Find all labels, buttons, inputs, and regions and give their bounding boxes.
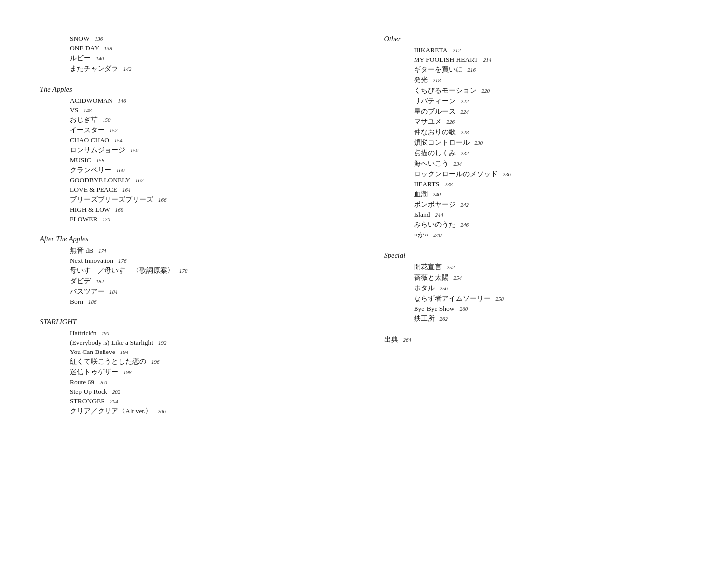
track-number: 150: [103, 117, 111, 123]
track-name: 開花宣言: [414, 263, 442, 272]
track-name: HIGH & LOW: [70, 206, 110, 214]
track-name: Born: [70, 298, 83, 306]
track-name: Next Innovation: [70, 257, 113, 265]
list-item: FLOWER170: [70, 215, 344, 223]
track-number: 164: [122, 187, 131, 193]
track-number: 142: [123, 66, 132, 72]
list-item: HIGH & LOW168: [70, 206, 344, 214]
list-item: ACIDWOMAN146: [70, 97, 344, 105]
list-item: みらいのうた246: [414, 220, 689, 229]
list-item: くちびるモーション220: [414, 86, 689, 95]
track-number: 236: [503, 171, 511, 177]
list-item: 鉄工所262: [414, 314, 689, 323]
track-number: 262: [440, 316, 448, 322]
track-list: ACIDWOMAN146VS148おじぎ草150イースター152CHAO CHA…: [40, 97, 344, 223]
track-name: 鉄工所: [414, 314, 435, 323]
track-number: 148: [83, 107, 92, 113]
list-item: (Everybody is) Like a Starlight192: [70, 339, 344, 347]
list-item: Step Up Rock202: [70, 388, 344, 396]
track-number: 254: [454, 275, 462, 281]
list-item: 迷信トゥゲザー198: [70, 368, 344, 377]
track-name: おじぎ草: [70, 116, 98, 124]
track-number: 194: [120, 349, 129, 355]
track-number: 178: [179, 268, 188, 274]
section-title: Other: [384, 35, 689, 43]
track-name: ACIDWOMAN: [70, 97, 113, 105]
track-name: ボンボヤージ: [414, 200, 456, 209]
track-name: Bye-Bye Show: [414, 305, 455, 313]
track-number: 212: [452, 47, 461, 53]
track-number: 198: [123, 369, 132, 375]
list-item: ギターを買いに216: [414, 65, 689, 74]
list-item: 薔薇と太陽254: [414, 273, 689, 282]
track-number: 230: [475, 140, 483, 146]
list-item: ロンサムジョージ156: [70, 146, 344, 155]
track-list: HIKARETA212MY FOOLISH HEART214ギターを買いに216…: [384, 46, 689, 239]
track-name: Island: [414, 211, 430, 219]
track-number: 146: [118, 98, 126, 104]
section: Special開花宣言252薔薇と太陽254ホタル256ならず者アイムソーリー2…: [384, 251, 689, 323]
track-name: ホタル: [414, 284, 435, 293]
list-item: ブリーズブリーズブリーズ166: [70, 195, 344, 204]
list-item: バスツアー184: [70, 287, 344, 296]
right-column: OtherHIKARETA212MY FOOLISH HEART214ギターを買…: [364, 35, 689, 428]
list-item: STRONGER204: [70, 397, 344, 405]
track-name: 紅くて咲こうとした恋の: [70, 357, 146, 366]
track-name: Hattrick'n: [70, 329, 96, 337]
track-name: クランベリー: [70, 166, 111, 175]
citation-name: 出典: [384, 335, 398, 344]
track-number: 174: [98, 248, 106, 254]
track-name: 星のブルース: [414, 107, 456, 116]
left-sections: The ApplesACIDWOMAN146VS148おじぎ草150イースター1…: [40, 85, 344, 416]
track-number: 224: [461, 109, 469, 115]
list-item: 母いすゞ／母いすゞ〈歌詞原案〉178: [70, 266, 344, 275]
track-name: Step Up Rock: [70, 388, 107, 396]
list-item: ロックンロールのメソッド236: [414, 170, 689, 179]
track-name: 迷信トゥゲザー: [70, 368, 118, 377]
track-name: 無音 dB: [70, 246, 93, 255]
track-number: 256: [440, 285, 448, 291]
track-name: 煩悩コントロール: [414, 138, 470, 147]
list-item: HEARTS238: [414, 180, 689, 188]
left-column: SNOW136ONE DAY138ルビー140またチャンダラ142 The Ap…: [40, 35, 364, 428]
track-name: LOVE & PEACE: [70, 186, 117, 194]
track-name: MUSIC: [70, 156, 91, 164]
list-item: SNOW136: [70, 35, 344, 43]
list-item: You Can Believe194: [70, 348, 344, 356]
list-item: 煩悩コントロール230: [414, 138, 689, 147]
track-name: MY FOOLISH HEART: [414, 56, 478, 64]
list-item: CHAO CHAO154: [70, 136, 344, 144]
track-number: 156: [130, 147, 139, 153]
list-item: おじぎ草150: [70, 116, 344, 124]
list-item: クリア／クリア〈Alt ver.〉206: [70, 407, 344, 416]
track-number: 214: [483, 57, 492, 63]
track-number: 158: [96, 157, 104, 163]
list-item: ルビー140: [70, 54, 344, 63]
track-name: (Everybody is) Like a Starlight: [70, 339, 153, 347]
track-number: 216: [468, 67, 476, 73]
track-list: 開花宣言252薔薇と太陽254ホタル256ならず者アイムソーリー258Bye-B…: [384, 263, 689, 323]
page-container: SNOW136ONE DAY138ルビー140またチャンダラ142 The Ap…: [0, 20, 728, 443]
list-item: Next Innovation176: [70, 257, 344, 265]
track-number: 186: [88, 299, 97, 305]
track-number: 244: [435, 212, 444, 218]
citation-number: 264: [403, 337, 412, 343]
track-list: 無音 dB174Next Innovation176母いすゞ／母いすゞ〈歌詞原案…: [40, 246, 344, 306]
track-name: STRONGER: [70, 397, 105, 405]
track-number: 206: [158, 408, 166, 414]
list-item: ダビデ182: [70, 277, 344, 286]
track-name: クリア／クリア〈Alt ver.〉: [70, 407, 153, 416]
track-number: 196: [151, 359, 160, 365]
track-name: バスツアー: [70, 287, 104, 296]
track-number: 260: [460, 306, 468, 312]
track-number: 200: [99, 379, 107, 385]
track-name: HEARTS: [414, 180, 440, 188]
track-name: 海へいこう: [414, 159, 449, 168]
track-name: HIKARETA: [414, 46, 448, 54]
track-number: 242: [461, 202, 469, 208]
track-number: 160: [116, 167, 125, 173]
track-number: 258: [496, 296, 504, 302]
track-name: ならず者アイムソーリー: [414, 294, 491, 303]
list-item: 紅くて咲こうとした恋の196: [70, 357, 344, 366]
track-name: CHAO CHAO: [70, 136, 109, 144]
